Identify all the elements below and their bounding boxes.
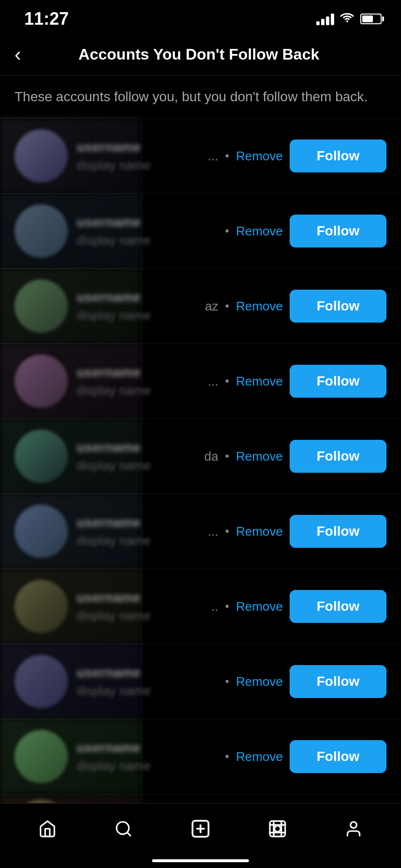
svg-point-11 <box>350 822 356 828</box>
home-indicator <box>152 859 249 862</box>
svg-point-6 <box>275 826 281 832</box>
remove-button[interactable]: Remove <box>236 374 283 389</box>
remove-button[interactable]: Remove <box>236 149 283 164</box>
list-item: username display name az • Remove Follow <box>0 269 401 344</box>
nav-search[interactable] <box>109 815 138 847</box>
nav-reels[interactable] <box>263 815 292 847</box>
follow-button[interactable]: Follow <box>290 365 386 398</box>
remove-button[interactable]: Remove <box>236 674 283 689</box>
list-item: username display name • Remove Follow <box>0 644 401 719</box>
list-item: username display name ... • Remove Follo… <box>0 119 401 194</box>
signal-icon <box>316 13 334 25</box>
home-icon <box>38 820 57 842</box>
page-title: Accounts You Don't Follow Back <box>31 46 367 63</box>
status-time: 11:27 <box>24 9 69 29</box>
list-item: username display name • Remove Follow <box>0 194 401 269</box>
wifi-icon <box>340 11 355 27</box>
remove-button[interactable]: Remove <box>236 599 283 614</box>
remove-button[interactable]: Remove <box>236 524 283 539</box>
remove-button[interactable]: Remove <box>236 299 283 314</box>
back-button[interactable]: ‹ <box>15 44 21 65</box>
list-item: username display name da • Remove Follow <box>0 419 401 494</box>
follow-button[interactable]: Follow <box>290 665 386 698</box>
header: ‹ Accounts You Don't Follow Back <box>0 34 401 76</box>
list-item: username display name ... • Remove Follo… <box>0 494 401 569</box>
profile-icon <box>344 820 363 842</box>
compose-icon <box>190 818 211 844</box>
bottom-nav <box>0 803 401 868</box>
follow-button[interactable]: Follow <box>290 440 386 473</box>
nav-compose[interactable] <box>185 813 216 849</box>
description-text: These accounts follow you, but you don't… <box>0 76 401 119</box>
follow-button[interactable]: Follow <box>290 740 386 773</box>
follow-button[interactable]: Follow <box>290 290 386 323</box>
follow-button[interactable]: Follow <box>290 215 386 248</box>
list-item: username display name • Remove Follow <box>0 719 401 794</box>
list-item: username display name ... • Remove Follo… <box>0 344 401 419</box>
svg-rect-5 <box>270 821 286 837</box>
svg-line-1 <box>127 832 130 836</box>
battery-icon <box>360 14 382 24</box>
remove-button[interactable]: Remove <box>236 749 283 764</box>
search-icon <box>114 820 133 842</box>
status-bar: 11:27 <box>0 0 401 34</box>
remove-button[interactable]: Remove <box>236 224 283 239</box>
follow-button[interactable]: Follow <box>290 140 386 172</box>
remove-button[interactable]: Remove <box>236 449 283 464</box>
status-icons <box>316 11 382 27</box>
follow-button[interactable]: Follow <box>290 515 386 548</box>
follow-button[interactable]: Follow <box>290 590 386 623</box>
accounts-list: username display name ... • Remove Follo… <box>0 119 401 868</box>
nav-profile[interactable] <box>339 815 368 847</box>
nav-home[interactable] <box>33 815 62 847</box>
list-item: username display name .. • Remove Follow <box>0 569 401 644</box>
reels-icon <box>268 820 287 842</box>
